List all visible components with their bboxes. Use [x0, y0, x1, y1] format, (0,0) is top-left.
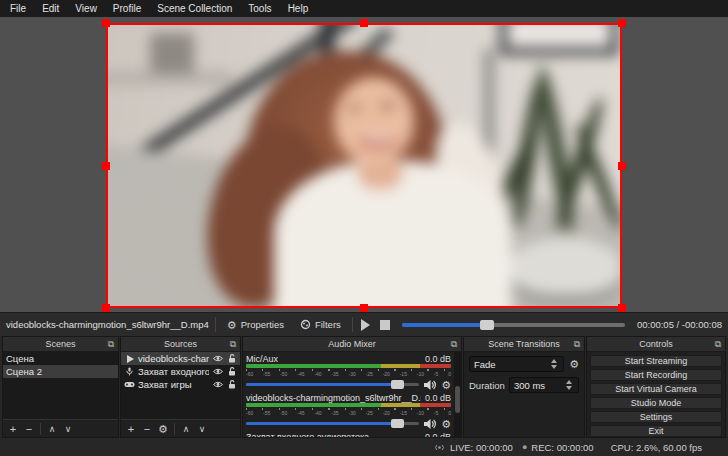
channel-db: 0.0 dB	[421, 354, 451, 364]
sources-list: videoblocks-charmingm Захват входного ау…	[121, 352, 240, 419]
scenes-panel: Scenes ⧉ Сцена Сцена 2 + − ∧ ∨	[2, 336, 119, 438]
video-source-preview[interactable]	[106, 23, 622, 308]
mixer-scrollbar[interactable]	[454, 352, 461, 437]
live-time: LIVE: 00:00:00	[450, 442, 513, 453]
play-button[interactable]	[361, 319, 370, 331]
transition-settings-gear-icon[interactable]: ⚙	[569, 359, 579, 369]
menu-item[interactable]: View	[67, 1, 105, 16]
remove-scene-button[interactable]: −	[22, 422, 36, 436]
seek-handle[interactable]	[480, 320, 494, 330]
scene-item[interactable]: Сцена	[3, 352, 118, 365]
resize-handle-mid-right[interactable]	[618, 162, 626, 170]
visibility-eye-icon[interactable]	[212, 381, 223, 388]
mixer-channel: videoblocks-charmingmotion_s6ltwr9hr__D.…	[246, 392, 451, 431]
resize-handle-bottom-center[interactable]	[360, 304, 368, 312]
menu-bar: FileEditViewProfileScene CollectionTools…	[0, 0, 728, 17]
sources-title: Sources	[135, 339, 226, 349]
scrollbar-thumb[interactable]	[455, 386, 460, 413]
blurred-picture-frame	[500, 23, 618, 55]
speaker-icon[interactable]	[424, 419, 436, 429]
control-button[interactable]: Exit	[590, 425, 722, 437]
resize-handle-top-right[interactable]	[618, 19, 626, 27]
duration-spinbox[interactable]: 300 ms	[509, 377, 579, 393]
media-play-icon	[124, 355, 135, 363]
menu-item[interactable]: Scene Collection	[149, 1, 240, 16]
gear-icon: ⚙	[227, 320, 237, 330]
media-seek-slider[interactable]	[402, 323, 625, 327]
popout-icon[interactable]: ⧉	[226, 339, 240, 350]
channel-settings-gear-icon[interactable]: ⚙	[441, 419, 451, 429]
audio-mixer-title: Audio Mixer	[257, 339, 447, 349]
resize-handle-bottom-right[interactable]	[618, 304, 626, 312]
speaker-icon[interactable]	[424, 380, 436, 390]
volume-slider[interactable]	[246, 383, 419, 386]
menu-item[interactable]: Profile	[105, 1, 149, 16]
menu-item[interactable]: Edit	[34, 1, 67, 16]
blurred-shelf	[106, 71, 232, 85]
add-scene-button[interactable]: +	[6, 422, 20, 436]
source-item[interactable]: Захват игры	[121, 378, 240, 391]
move-scene-down-button[interactable]: ∨	[61, 422, 75, 436]
stop-button[interactable]	[380, 320, 390, 330]
broadcast-icon	[433, 443, 446, 452]
add-source-button[interactable]: +	[124, 422, 138, 436]
volume-slider-handle[interactable]	[391, 380, 404, 389]
blurred-plant-pot	[510, 237, 622, 295]
popout-icon[interactable]: ⧉	[447, 339, 461, 350]
volume-slider[interactable]	[246, 422, 419, 425]
visibility-eye-icon[interactable]	[212, 368, 223, 375]
selected-source-filename: videoblocks-charmingmotion_s6ltwr9hr__D.…	[6, 319, 209, 330]
channel-name: videoblocks-charmingmotion_s6ltwr9hr__D.…	[246, 393, 421, 403]
gamepad-icon	[124, 381, 135, 388]
remove-source-button[interactable]: −	[140, 422, 154, 436]
media-time: 00:00:05 / -00:00:08	[637, 319, 722, 330]
resize-handle-bottom-left[interactable]	[102, 304, 110, 312]
move-source-down-button[interactable]: ∨	[195, 422, 209, 436]
scene-transitions-title: Scene Transitions	[478, 339, 570, 349]
resize-handle-mid-left[interactable]	[102, 162, 110, 170]
rec-time: REC: 00:00:00	[531, 442, 593, 453]
control-button[interactable]: Start Streaming	[590, 355, 722, 367]
menu-item[interactable]: Tools	[240, 1, 279, 16]
control-button[interactable]: Start Recording	[590, 369, 722, 381]
scenes-list: Сцена Сцена 2	[3, 352, 118, 419]
source-item-selected[interactable]: videoblocks-charmingm	[121, 352, 240, 365]
move-source-up-button[interactable]: ∧	[179, 422, 193, 436]
channel-settings-gear-icon[interactable]: ⚙	[441, 380, 451, 390]
scenes-title: Scenes	[17, 339, 104, 349]
menu-item[interactable]: File	[2, 1, 34, 16]
control-button[interactable]: Start Virtual Camera	[590, 383, 722, 395]
volume-slider-handle[interactable]	[391, 419, 404, 428]
scene-item-selected[interactable]: Сцена 2	[3, 365, 118, 378]
status-bar: LIVE: 00:00:00 ● REC: 00:00:00 CPU: 2.6%…	[0, 438, 728, 456]
control-button[interactable]: Settings	[590, 411, 722, 423]
popout-icon[interactable]: ⧉	[570, 339, 584, 350]
source-properties-gear-icon[interactable]: ⚙	[156, 422, 170, 436]
control-button[interactable]: Studio Mode	[590, 397, 722, 409]
resize-handle-top-left[interactable]	[102, 19, 110, 27]
popout-icon[interactable]: ⧉	[711, 339, 725, 350]
record-dot-icon: ●	[522, 442, 527, 452]
lock-icon[interactable]	[226, 367, 237, 376]
transition-select[interactable]: Fade	[469, 356, 564, 372]
duration-label: Duration	[469, 380, 505, 391]
source-item[interactable]: Захват входного ауд	[121, 365, 240, 378]
channel-db: 0.0 dB	[421, 393, 451, 403]
lock-icon[interactable]	[226, 380, 237, 389]
dock-area: Scenes ⧉ Сцена Сцена 2 + − ∧ ∨	[0, 336, 728, 438]
filters-button[interactable]: Filters	[295, 317, 346, 332]
properties-button[interactable]: ⚙ Properties	[222, 317, 289, 332]
volume-meter	[246, 364, 451, 368]
sources-panel: Sources ⧉ videoblocks-charmingm	[120, 336, 241, 438]
menu-item[interactable]: Help	[280, 1, 317, 16]
cpu-fps-stats: CPU: 2.6%, 60.00 fps	[611, 442, 702, 453]
visibility-eye-icon[interactable]	[212, 355, 223, 362]
channel-db: 0.0 dB	[421, 432, 451, 438]
resize-handle-top-center[interactable]	[360, 19, 368, 27]
combo-arrows-icon	[549, 359, 559, 369]
popout-icon[interactable]: ⧉	[104, 339, 118, 350]
lock-icon[interactable]	[226, 354, 237, 363]
preview-canvas[interactable]	[0, 17, 728, 312]
spinbox-arrows-icon[interactable]	[564, 380, 574, 390]
move-scene-up-button[interactable]: ∧	[45, 422, 59, 436]
